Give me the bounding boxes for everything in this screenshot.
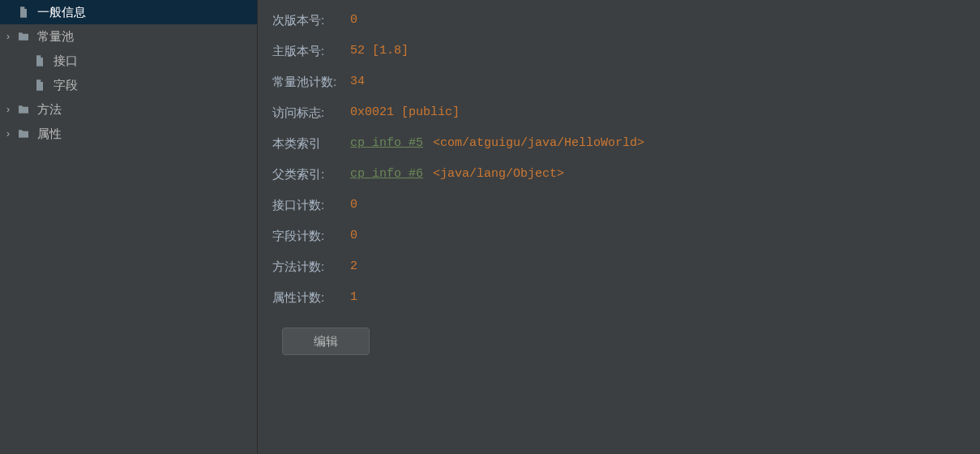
value-interfaces-count: 0 bbox=[350, 196, 357, 214]
tree-item-label: 字段 bbox=[53, 73, 257, 97]
info-panel: 次版本号: 0 主版本号: 52 [1.8] 常量池计数: 34 访问标志: 0… bbox=[258, 0, 980, 454]
row-access-flags: 访问标志: 0x0021 [public] bbox=[272, 104, 980, 122]
tree-item-label: 方法 bbox=[37, 97, 257, 122]
tree-item-label: 接口 bbox=[53, 49, 257, 73]
row-constant-pool-count: 常量池计数: 34 bbox=[272, 73, 980, 91]
value-methods-count: 2 bbox=[350, 258, 357, 276]
row-minor-version: 次版本号: 0 bbox=[272, 11, 980, 29]
tree-item-general-info[interactable]: ▶ 一般信息 bbox=[0, 0, 257, 24]
label-interfaces-count: 接口计数: bbox=[272, 196, 350, 214]
label-fields-count: 字段计数: bbox=[272, 227, 350, 245]
row-this-class: 本类索引 cp_info #5 <com/atguigu/java/HelloW… bbox=[272, 135, 980, 152]
tree-item-label: 常量池 bbox=[37, 24, 257, 49]
expand-arrow-icon[interactable]: › bbox=[0, 122, 16, 146]
value-minor-version: 0 bbox=[350, 11, 357, 29]
row-fields-count: 字段计数: 0 bbox=[272, 227, 980, 245]
folder-icon bbox=[16, 126, 31, 141]
app-root: ▶ 一般信息 › 常量池 ▶ 接口 ▶ bbox=[0, 0, 980, 454]
label-access-flags: 访问标志: bbox=[272, 104, 350, 122]
label-this-class: 本类索引 bbox=[272, 135, 350, 152]
tree-item-attributes[interactable]: › 属性 bbox=[0, 122, 257, 146]
tree-item-constant-pool[interactable]: › 常量池 bbox=[0, 24, 257, 49]
file-icon bbox=[16, 5, 31, 19]
sidebar-tree: ▶ 一般信息 › 常量池 ▶ 接口 ▶ bbox=[0, 0, 258, 454]
file-icon bbox=[32, 78, 47, 92]
tree-item-methods[interactable]: › 方法 bbox=[0, 97, 257, 122]
label-attributes-count: 属性计数: bbox=[272, 289, 350, 306]
expand-arrow-icon[interactable]: › bbox=[0, 97, 16, 122]
tree-item-label: 一般信息 bbox=[37, 0, 257, 24]
label-constant-pool-count: 常量池计数: bbox=[272, 73, 350, 91]
row-attributes-count: 属性计数: 1 bbox=[272, 289, 980, 306]
row-super-class: 父类索引: cp_info #6 <java/lang/Object> bbox=[272, 165, 980, 183]
row-interfaces-count: 接口计数: 0 bbox=[272, 196, 980, 214]
folder-icon bbox=[16, 102, 31, 117]
note-this-class: <com/atguigu/java/HelloWorld> bbox=[433, 135, 644, 152]
link-super-class[interactable]: cp_info #6 bbox=[350, 165, 423, 183]
label-major-version: 主版本号: bbox=[272, 42, 350, 60]
expand-arrow-icon[interactable]: › bbox=[0, 24, 16, 49]
link-this-class[interactable]: cp_info #5 bbox=[350, 135, 423, 152]
label-super-class: 父类索引: bbox=[272, 165, 350, 183]
file-icon bbox=[32, 54, 47, 68]
value-fields-count: 0 bbox=[350, 227, 357, 245]
edit-button[interactable]: 编辑 bbox=[282, 328, 370, 355]
label-methods-count: 方法计数: bbox=[272, 258, 350, 276]
row-major-version: 主版本号: 52 [1.8] bbox=[272, 42, 980, 60]
value-access-flags: 0x0021 [public] bbox=[350, 104, 460, 122]
label-minor-version: 次版本号: bbox=[272, 11, 350, 29]
value-constant-pool-count: 34 bbox=[350, 73, 365, 91]
row-methods-count: 方法计数: 2 bbox=[272, 258, 980, 276]
value-attributes-count: 1 bbox=[350, 289, 357, 306]
tree-item-label: 属性 bbox=[37, 122, 257, 146]
tree-item-fields[interactable]: ▶ 字段 bbox=[0, 73, 257, 97]
tree-item-interfaces[interactable]: ▶ 接口 bbox=[0, 49, 257, 73]
folder-icon bbox=[16, 29, 31, 44]
value-major-version: 52 [1.8] bbox=[350, 42, 409, 60]
note-super-class: <java/lang/Object> bbox=[433, 165, 564, 183]
